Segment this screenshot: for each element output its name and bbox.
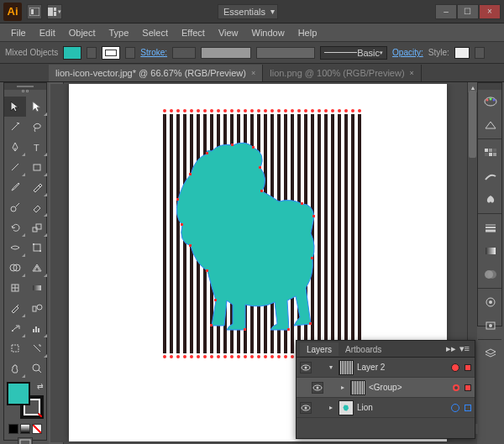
menu-window[interactable]: Window bbox=[246, 26, 291, 39]
target-icon[interactable] bbox=[453, 384, 459, 391]
scale-tool[interactable] bbox=[26, 217, 48, 238]
swap-icon[interactable]: ⇄ bbox=[37, 382, 44, 390]
slice-tool[interactable] bbox=[26, 338, 48, 358]
stroke-link[interactable]: Stroke: bbox=[140, 48, 167, 57]
fill-box[interactable] bbox=[7, 382, 30, 405]
target-icon[interactable] bbox=[451, 363, 459, 372]
gradient-tool[interactable] bbox=[26, 278, 48, 298]
style-swatch[interactable] bbox=[454, 47, 470, 59]
pencil-tool[interactable] bbox=[26, 177, 48, 197]
target-icon[interactable] bbox=[451, 404, 459, 412]
layer-name[interactable]: Lion bbox=[357, 403, 448, 412]
brush-basic[interactable]: Basic▾ bbox=[320, 46, 387, 60]
color-panel-icon[interactable] bbox=[478, 90, 503, 113]
expand-toggle[interactable]: ▸ bbox=[327, 404, 335, 411]
shape-builder-tool[interactable] bbox=[4, 258, 26, 278]
paintbrush-tool[interactable] bbox=[4, 177, 26, 197]
color-mode-gradient[interactable] bbox=[20, 424, 30, 434]
fill-swatch[interactable] bbox=[63, 46, 81, 60]
doc-tab-active[interactable]: lion-icon-vector.jpg* @ 66.67% (RGB/Prev… bbox=[49, 65, 263, 81]
brush-def[interactable] bbox=[256, 47, 315, 59]
expand-toggle[interactable]: ▸ bbox=[339, 384, 347, 391]
direct-selection-tool[interactable] bbox=[26, 97, 48, 117]
opacity-link[interactable]: Opacity: bbox=[392, 48, 423, 57]
magic-wand-tool[interactable] bbox=[4, 117, 26, 137]
column-graph-tool[interactable] bbox=[26, 318, 48, 338]
blob-brush-tool[interactable] bbox=[4, 197, 26, 217]
layers-panel-icon[interactable] bbox=[478, 342, 503, 365]
layer-row[interactable]: ▾ Layer 2 bbox=[297, 358, 475, 378]
gradient-panel-icon[interactable] bbox=[478, 239, 503, 263]
stroke-panel-icon[interactable] bbox=[478, 216, 503, 239]
menu-effect[interactable]: Effect bbox=[176, 26, 211, 39]
layer-name[interactable]: Layer 2 bbox=[357, 363, 448, 372]
perspective-grid-tool[interactable] bbox=[26, 258, 48, 278]
graphic-styles-icon[interactable] bbox=[478, 314, 503, 337]
visibility-toggle[interactable] bbox=[300, 402, 312, 414]
stroke-dropdown[interactable] bbox=[125, 47, 135, 59]
menu-help[interactable]: Help bbox=[292, 26, 323, 39]
brushes-panel-icon[interactable] bbox=[478, 165, 503, 188]
fill-dropdown[interactable] bbox=[87, 47, 97, 59]
menu-file[interactable]: File bbox=[5, 26, 32, 39]
rotate-tool[interactable] bbox=[4, 217, 26, 238]
lasso-tool[interactable] bbox=[26, 117, 48, 137]
tab-layers[interactable]: Layers bbox=[300, 342, 339, 356]
line-tool[interactable] bbox=[4, 157, 26, 177]
fill-stroke-control[interactable]: ⇄ bbox=[7, 382, 44, 419]
screen-mode-normal[interactable] bbox=[18, 437, 33, 444]
menu-edit[interactable]: Edit bbox=[34, 26, 61, 39]
blend-tool[interactable] bbox=[26, 298, 48, 318]
expand-toggle[interactable]: ▾ bbox=[327, 363, 335, 371]
artboard-tool[interactable] bbox=[4, 338, 26, 358]
stroke-weight[interactable] bbox=[172, 47, 196, 59]
layer-row[interactable]: ▸ Lion bbox=[297, 398, 475, 418]
color-guide-icon[interactable] bbox=[478, 113, 503, 137]
type-tool[interactable]: T bbox=[26, 137, 48, 157]
menu-type[interactable]: Type bbox=[103, 26, 135, 39]
free-transform-tool[interactable] bbox=[26, 238, 48, 258]
color-mode-none[interactable] bbox=[32, 424, 42, 434]
minimize-button[interactable]: – bbox=[435, 4, 457, 19]
rectangle-tool[interactable] bbox=[26, 157, 48, 177]
panel-grip[interactable] bbox=[478, 83, 501, 90]
zoom-tool[interactable] bbox=[26, 358, 48, 379]
arrange-docs-icon[interactable]: ▾ bbox=[47, 4, 62, 19]
close-icon[interactable]: × bbox=[251, 69, 255, 77]
maximize-button[interactable]: ☐ bbox=[457, 4, 479, 19]
mesh-tool[interactable] bbox=[4, 278, 26, 298]
tab-artboards[interactable]: Artboards bbox=[339, 342, 388, 356]
doc-tab-inactive[interactable]: lion.png @ 100% (RGB/Preview)× bbox=[263, 65, 422, 81]
symbol-sprayer-tool[interactable] bbox=[4, 318, 26, 338]
color-mode-solid[interactable] bbox=[8, 424, 18, 434]
swatches-panel-icon[interactable] bbox=[478, 141, 503, 165]
symbols-panel-icon[interactable] bbox=[478, 188, 503, 212]
appearance-panel-icon[interactable] bbox=[478, 290, 503, 314]
eyedropper-tool[interactable] bbox=[4, 298, 26, 318]
panel-menu-icon[interactable]: ▾≡ bbox=[459, 343, 470, 354]
layer-name[interactable]: <Group> bbox=[369, 383, 449, 392]
layers-panel[interactable]: Layers Artboards ▸▸▾≡ ▾ Layer 2 ▸ <Group… bbox=[296, 340, 475, 439]
scroll-thumb[interactable] bbox=[469, 91, 476, 158]
visibility-toggle[interactable] bbox=[300, 362, 312, 373]
width-tool[interactable] bbox=[4, 238, 26, 258]
panel-grip[interactable] bbox=[4, 83, 46, 90]
close-button[interactable]: × bbox=[479, 4, 501, 19]
menu-object[interactable]: Object bbox=[63, 26, 102, 39]
stroke-swatch[interactable] bbox=[102, 46, 120, 60]
toolbox-column-toggle[interactable] bbox=[20, 90, 30, 97]
visibility-toggle[interactable] bbox=[312, 382, 323, 394]
var-width-profile[interactable] bbox=[201, 47, 251, 59]
selection-tool[interactable] bbox=[4, 97, 26, 117]
workspace-switcher[interactable]: Essentials bbox=[218, 4, 278, 19]
menu-view[interactable]: View bbox=[213, 26, 244, 39]
layer-row[interactable]: ▸ <Group> bbox=[297, 378, 475, 398]
transparency-panel-icon[interactable] bbox=[478, 263, 503, 286]
panel-collapse-icon[interactable]: ▸▸ bbox=[446, 343, 456, 354]
style-dropdown[interactable] bbox=[475, 47, 485, 59]
bridge-icon[interactable] bbox=[27, 4, 42, 19]
hand-tool[interactable] bbox=[4, 358, 26, 379]
close-icon[interactable]: × bbox=[410, 69, 414, 77]
eraser-tool[interactable] bbox=[26, 197, 48, 217]
pen-tool[interactable] bbox=[4, 137, 26, 157]
